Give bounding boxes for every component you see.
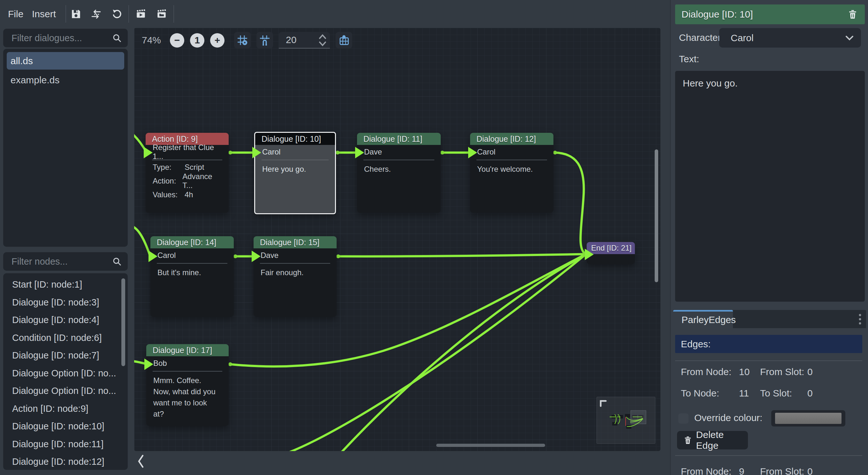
from-slot-label: From Slot: [760,365,804,379]
from-node-value: 9 [739,465,744,475]
snap-grid-toggle[interactable] [234,32,251,49]
node-list-item[interactable]: Dialogue [ID: node:11] [3,435,121,453]
canvas-horizontal-scrollbar[interactable] [436,444,545,447]
node-title: Dialogue [ID: 17] [146,344,229,356]
graph-toolbar: 74% − 1 + 20 [142,32,352,49]
filter-dialogues-input[interactable] [3,29,128,47]
colour-swatch[interactable] [775,413,841,424]
node-text: Mmm. Coffee. Now, what did you want me t… [146,372,229,419]
tab-parley-edges[interactable]: ParleyEdges [673,310,733,328]
bottom-tabstrip: ParleyEdges [673,310,866,328]
action-field-value: Advance T... [182,172,222,190]
zoom-reset-button[interactable]: 1 [190,33,205,48]
graph-node-dialogue-14[interactable]: Dialogue [ID: 14] Carol But it's mine. [150,236,234,317]
node-list-item[interactable]: Dialogue Option [ID: no... [3,365,121,382]
node-list-item[interactable]: Dialogue [ID: node:12] [3,453,121,470]
node-character: Carol [150,248,234,262]
separator [675,455,862,456]
graph-node-dialogue-11[interactable]: Dialogue [ID: 11] Dave Cheers. [357,133,441,213]
node-list-item[interactable]: Dialogue Option [ID: no... [3,382,121,400]
graph-node-end-21[interactable]: End [ID: 21] [587,242,635,264]
node-list-item[interactable]: Dialogue [ID: node:7] [3,347,121,365]
file-item-example-ds[interactable]: example.ds [7,71,124,89]
node-title: Dialogue [ID: 12] [470,133,553,145]
snap-distance-spinbox[interactable]: 20 [279,32,330,49]
translations-icon[interactable] [90,8,102,20]
node-title: End [ID: 21] [587,242,635,254]
edge-row-from: From Node: 9 From Slot: 0 [671,465,868,475]
zoom-out-button[interactable]: − [170,33,184,48]
minimap-viewport[interactable] [631,411,646,424]
test-scene-icon[interactable] [156,8,167,20]
delete-edge-label: Delete Edge [696,429,748,451]
node-text: Cheers. [357,160,441,175]
node-action-name: Register that Clue 1... [146,145,229,159]
node-list-item[interactable]: Dialogue [ID: node:4] [3,311,121,329]
graph-node-action-9[interactable]: Action [ID: 9] Register that Clue 1... T… [146,133,229,213]
node-list-item[interactable]: Dialogue [ID: node:10] [3,417,121,435]
node-list-item[interactable]: Dialogue [ID: node:3] [3,294,121,312]
action-field-label: Type: [153,163,185,172]
to-node-value: 11 [739,386,749,400]
delete-edge-button[interactable]: Delete Edge [677,431,748,449]
node-list-item[interactable]: Start [ID: node:1] [3,276,121,294]
menu-file[interactable]: File [8,0,23,28]
node-list: Start [ID: node:1] Dialogue [ID: node:3]… [3,273,128,470]
minimap-camera-icon [601,401,606,406]
graph-node-dialogue-12[interactable]: Dialogue [ID: 12] Carol You're welcome. [470,133,553,213]
action-field-label: Values: [153,190,185,199]
inspector-node-title: Dialogue [ID: 10] [682,9,753,20]
test-dialogue-icon[interactable] [135,8,147,20]
colour-picker-well[interactable] [771,410,845,426]
character-label: Character: [679,31,724,45]
dialogue-text-area[interactable]: Here you go. [675,71,865,302]
file-item-all-ds[interactable]: all.ds [7,52,124,70]
graph-node-dialogue-15[interactable]: Dialogue [ID: 15] Dave Fair enough. [254,236,337,317]
graph-node-dialogue-17[interactable]: Dialogue [ID: 17] Bob Mmm. Coffee. Now, … [146,344,229,426]
zoom-in-button[interactable]: + [210,33,224,48]
node-text: Here you go. [255,160,335,175]
spinbox-arrows-icon[interactable] [318,33,327,47]
grid-snap-icon [237,34,248,46]
toolbar-divider [174,5,174,23]
edge-row-from: From Node: 10 From Slot: 0 [671,365,868,379]
undo-icon[interactable] [111,8,123,20]
node-list-scrollbar[interactable] [121,278,125,366]
snap-toggle[interactable] [256,32,273,49]
node-character: Carol [470,145,553,159]
graph-minimap[interactable] [596,397,655,444]
toolbar-divider [65,5,66,23]
collapse-sidebar-chevron[interactable] [137,454,145,469]
node-title: Dialogue [ID: 11] [357,133,441,145]
character-value: Carol [731,33,754,43]
minimap-content [597,397,655,443]
node-title: Dialogue [ID: 14] [150,236,234,248]
text-label: Text: [679,52,699,66]
character-dropdown[interactable]: Carol [719,28,861,48]
edge-row-to: To Node: 11 To Slot: 0 [671,386,868,400]
override-colour-label: Override colour: [694,411,762,425]
node-character: Carol [255,145,335,159]
to-slot-value: 0 [807,386,813,400]
inspector-panel: Dialogue [ID: 10] Character: Carol Text:… [670,0,868,475]
node-text: Fair enough. [254,264,337,278]
delete-node-icon[interactable] [847,9,858,20]
graph-node-dialogue-10[interactable]: Dialogue [ID: 10] Carol Here you go. [254,132,336,214]
from-slot-label: From Slot: [760,465,804,475]
from-slot-value: 0 [807,365,813,379]
to-node-label: To Node: [681,386,719,400]
node-list-item[interactable]: Condition [ID: node:6] [3,329,121,347]
canvas-vertical-scrollbar[interactable] [655,149,658,282]
filter-nodes-input[interactable] [3,252,128,271]
tab-menu-kebab-icon[interactable] [858,313,862,325]
filter-dialogues-box [3,29,128,47]
save-icon[interactable] [70,8,82,20]
minimap-toggle[interactable] [336,32,352,49]
separator [675,360,862,361]
magnet-snap-icon [259,34,271,46]
node-list-item[interactable]: Action [ID: node:9] [3,400,121,418]
override-colour-checkbox[interactable] [678,413,688,423]
graph-canvas[interactable]: Action [ID: 9] Register that Clue 1... T… [134,28,660,451]
node-text: You're welcome. [470,160,553,175]
menu-insert[interactable]: Insert [32,0,56,28]
